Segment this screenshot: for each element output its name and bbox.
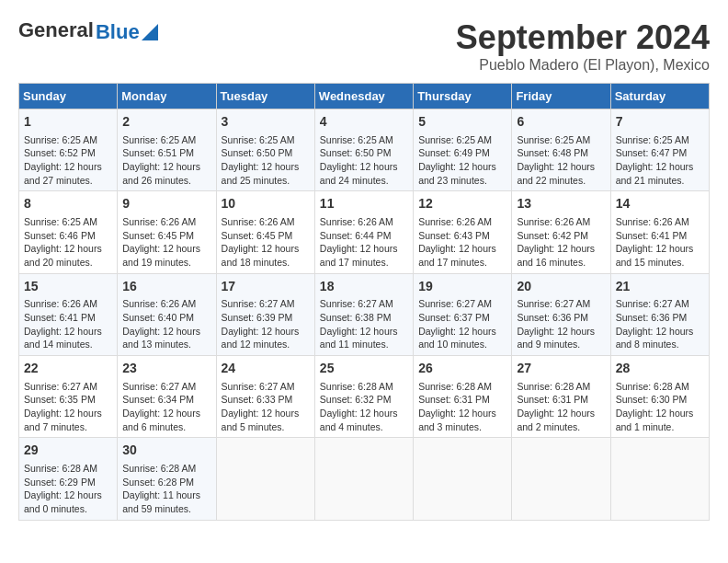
day-number: 6 [517, 113, 605, 132]
calendar-header-row: SundayMondayTuesdayWednesdayThursdayFrid… [19, 84, 710, 109]
calendar-cell: 27Sunrise: 6:28 AMSunset: 6:31 PMDayligh… [512, 356, 610, 438]
day-number: 14 [616, 195, 704, 213]
logo: General Blue [18, 18, 158, 42]
day-number: 26 [418, 360, 506, 378]
calendar-cell [610, 438, 709, 520]
calendar-cell: 13Sunrise: 6:26 AMSunset: 6:42 PMDayligh… [512, 191, 610, 273]
header-day-tuesday: Tuesday [216, 84, 314, 109]
calendar-cell: 9Sunrise: 6:26 AMSunset: 6:45 PMDaylight… [118, 191, 216, 273]
cell-content: Sunrise: 6:25 AMSunset: 6:50 PMDaylight:… [222, 133, 310, 188]
calendar-cell: 10Sunrise: 6:26 AMSunset: 6:45 PMDayligh… [216, 191, 314, 273]
cell-content: Sunrise: 6:28 AMSunset: 6:30 PMDaylight:… [616, 380, 704, 434]
day-number: 4 [320, 113, 408, 132]
cell-content: Sunrise: 6:26 AMSunset: 6:41 PMDaylight:… [24, 297, 112, 351]
day-number: 13 [517, 195, 605, 213]
calendar-cell: 21Sunrise: 6:27 AMSunset: 6:36 PMDayligh… [610, 273, 709, 355]
calendar-cell: 14Sunrise: 6:26 AMSunset: 6:41 PMDayligh… [610, 191, 709, 273]
page-title: September 2024 [456, 18, 710, 57]
cell-content: Sunrise: 6:26 AMSunset: 6:45 PMDaylight:… [122, 215, 210, 270]
day-number: 16 [122, 278, 210, 296]
cell-content: Sunrise: 6:26 AMSunset: 6:45 PMDaylight:… [222, 215, 310, 270]
header-day-monday: Monday [118, 84, 216, 109]
calendar-cell: 16Sunrise: 6:26 AMSunset: 6:40 PMDayligh… [118, 273, 216, 355]
calendar-cell: 22Sunrise: 6:27 AMSunset: 6:35 PMDayligh… [19, 356, 118, 438]
day-number: 19 [418, 278, 506, 296]
day-number: 25 [320, 360, 408, 378]
calendar-cell [512, 438, 610, 520]
day-number: 10 [222, 195, 310, 213]
day-number: 2 [122, 113, 210, 132]
cell-content: Sunrise: 6:25 AMSunset: 6:52 PMDaylight:… [24, 133, 112, 188]
day-number: 30 [122, 442, 210, 460]
svg-marker-0 [142, 24, 158, 40]
day-number: 29 [24, 442, 112, 460]
calendar-cell: 30Sunrise: 6:28 AMSunset: 6:28 PMDayligh… [118, 438, 216, 520]
day-number: 27 [517, 360, 605, 378]
cell-content: Sunrise: 6:26 AMSunset: 6:40 PMDaylight:… [122, 297, 210, 351]
day-number: 9 [122, 195, 210, 213]
calendar-cell: 5Sunrise: 6:25 AMSunset: 6:49 PMDaylight… [414, 109, 512, 191]
calendar-week-1: 1Sunrise: 6:25 AMSunset: 6:52 PMDaylight… [19, 109, 710, 191]
calendar-cell: 12Sunrise: 6:26 AMSunset: 6:43 PMDayligh… [414, 191, 512, 273]
day-number: 1 [24, 113, 112, 132]
day-number: 17 [222, 278, 310, 296]
cell-content: Sunrise: 6:28 AMSunset: 6:29 PMDaylight:… [24, 462, 112, 516]
day-number: 15 [24, 278, 112, 296]
page-header: General Blue September 2024 Pueblo Mader… [18, 18, 710, 74]
calendar-body: 1Sunrise: 6:25 AMSunset: 6:52 PMDaylight… [19, 109, 710, 521]
day-number: 28 [616, 360, 704, 378]
cell-content: Sunrise: 6:25 AMSunset: 6:51 PMDaylight:… [122, 133, 210, 188]
day-number: 5 [418, 113, 506, 132]
calendar-cell: 19Sunrise: 6:27 AMSunset: 6:37 PMDayligh… [414, 273, 512, 355]
cell-content: Sunrise: 6:28 AMSunset: 6:31 PMDaylight:… [418, 380, 506, 434]
day-number: 12 [418, 195, 506, 213]
day-number: 24 [222, 360, 310, 378]
cell-content: Sunrise: 6:28 AMSunset: 6:31 PMDaylight:… [517, 380, 605, 434]
calendar-cell [414, 438, 512, 520]
cell-content: Sunrise: 6:26 AMSunset: 6:41 PMDaylight:… [616, 215, 704, 270]
cell-content: Sunrise: 6:28 AMSunset: 6:28 PMDaylight:… [122, 462, 210, 516]
calendar-week-5: 29Sunrise: 6:28 AMSunset: 6:29 PMDayligh… [19, 438, 710, 520]
cell-content: Sunrise: 6:27 AMSunset: 6:34 PMDaylight:… [122, 380, 210, 434]
calendar-cell: 2Sunrise: 6:25 AMSunset: 6:51 PMDaylight… [118, 109, 216, 191]
day-number: 11 [320, 195, 408, 213]
cell-content: Sunrise: 6:25 AMSunset: 6:50 PMDaylight:… [320, 133, 408, 188]
logo-blue: Blue [96, 22, 140, 42]
calendar-cell: 24Sunrise: 6:27 AMSunset: 6:33 PMDayligh… [216, 356, 314, 438]
day-number: 3 [222, 113, 310, 132]
calendar-cell: 4Sunrise: 6:25 AMSunset: 6:50 PMDaylight… [314, 109, 413, 191]
header-day-thursday: Thursday [414, 84, 512, 109]
day-number: 22 [24, 360, 112, 378]
calendar-cell: 23Sunrise: 6:27 AMSunset: 6:34 PMDayligh… [118, 356, 216, 438]
calendar-cell: 20Sunrise: 6:27 AMSunset: 6:36 PMDayligh… [512, 273, 610, 355]
calendar-week-2: 8Sunrise: 6:25 AMSunset: 6:46 PMDaylight… [19, 191, 710, 273]
calendar-cell [314, 438, 413, 520]
cell-content: Sunrise: 6:28 AMSunset: 6:32 PMDaylight:… [320, 380, 408, 434]
calendar-cell: 8Sunrise: 6:25 AMSunset: 6:46 PMDaylight… [19, 191, 118, 273]
calendar-cell: 17Sunrise: 6:27 AMSunset: 6:39 PMDayligh… [216, 273, 314, 355]
cell-content: Sunrise: 6:27 AMSunset: 6:37 PMDaylight:… [418, 297, 506, 351]
calendar-cell: 7Sunrise: 6:25 AMSunset: 6:47 PMDaylight… [610, 109, 709, 191]
cell-content: Sunrise: 6:27 AMSunset: 6:33 PMDaylight:… [222, 380, 310, 434]
calendar-cell: 6Sunrise: 6:25 AMSunset: 6:48 PMDaylight… [512, 109, 610, 191]
day-number: 8 [24, 195, 112, 213]
cell-content: Sunrise: 6:27 AMSunset: 6:36 PMDaylight:… [616, 297, 704, 351]
calendar-cell: 15Sunrise: 6:26 AMSunset: 6:41 PMDayligh… [19, 273, 118, 355]
calendar-week-4: 22Sunrise: 6:27 AMSunset: 6:35 PMDayligh… [19, 356, 710, 438]
day-number: 20 [517, 278, 605, 296]
header-day-wednesday: Wednesday [314, 84, 413, 109]
header-day-saturday: Saturday [610, 84, 709, 109]
cell-content: Sunrise: 6:25 AMSunset: 6:48 PMDaylight:… [517, 133, 605, 188]
calendar-cell: 3Sunrise: 6:25 AMSunset: 6:50 PMDaylight… [216, 109, 314, 191]
cell-content: Sunrise: 6:26 AMSunset: 6:42 PMDaylight:… [517, 215, 605, 270]
title-area: September 2024 Pueblo Madero (El Playon)… [456, 18, 710, 74]
calendar-table: SundayMondayTuesdayWednesdayThursdayFrid… [18, 83, 710, 521]
cell-content: Sunrise: 6:26 AMSunset: 6:44 PMDaylight:… [320, 215, 408, 270]
cell-content: Sunrise: 6:26 AMSunset: 6:43 PMDaylight:… [418, 215, 506, 270]
day-number: 23 [122, 360, 210, 378]
calendar-cell: 11Sunrise: 6:26 AMSunset: 6:44 PMDayligh… [314, 191, 413, 273]
calendar-cell: 26Sunrise: 6:28 AMSunset: 6:31 PMDayligh… [414, 356, 512, 438]
cell-content: Sunrise: 6:27 AMSunset: 6:38 PMDaylight:… [320, 297, 408, 351]
calendar-cell: 25Sunrise: 6:28 AMSunset: 6:32 PMDayligh… [314, 356, 413, 438]
cell-content: Sunrise: 6:25 AMSunset: 6:49 PMDaylight:… [418, 133, 506, 188]
